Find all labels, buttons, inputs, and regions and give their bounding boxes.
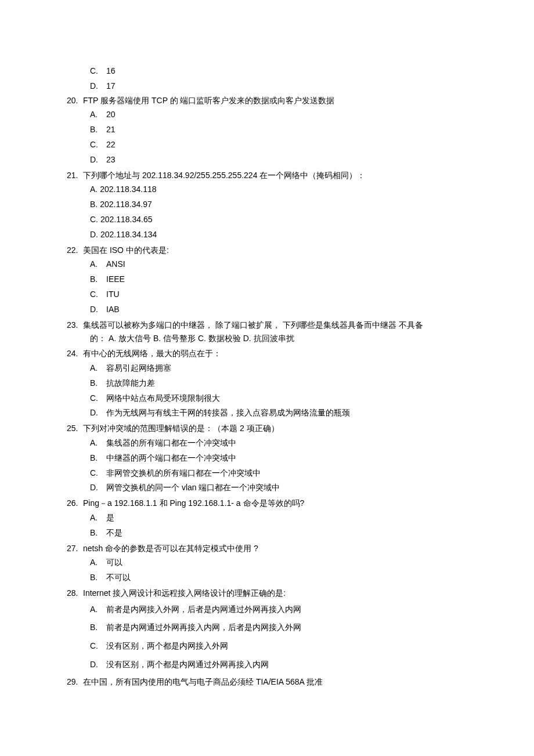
options: A.是B.不是 — [67, 511, 490, 541]
question: 26.Ping－a 192.168.1.1 和 Ping 192.168.1.1… — [67, 497, 490, 540]
question-line: 24.有中心的无线网络，最大的弱点在于： — [67, 347, 490, 361]
question-line: 22.美国在 ISO 中的代表是: — [67, 244, 490, 258]
option-label: A. — [90, 183, 98, 197]
question: 24.有中心的无线网络，最大的弱点在于：A.容易引起网络拥塞B.抗故障能力差C.… — [67, 347, 490, 421]
option: D.IAB — [90, 302, 490, 317]
option-label: A. — [90, 361, 106, 375]
option-label: C. — [90, 392, 106, 406]
question-number: 22. — [67, 244, 83, 258]
option-label: C. — [90, 64, 106, 78]
question-number: 28. — [67, 587, 83, 601]
question-number: 20. — [67, 94, 83, 108]
option: A.集线器的所有端口都在一个冲突域中 — [90, 436, 490, 451]
option: C.没有区别，两个都是内网接入外网 — [90, 637, 490, 656]
option: D.23 — [90, 153, 490, 168]
option: C.16 — [90, 64, 490, 79]
option-text: 22 — [106, 138, 490, 152]
option-label: B. — [90, 273, 106, 287]
option: A.容易引起网络拥塞 — [90, 361, 490, 376]
option: A.前者是内网接入外网，后者是内网通过外网再接入内网 — [90, 601, 490, 619]
option-text: 容易引起网络拥塞 — [106, 361, 490, 375]
question-text: Ping－a 192.168.1.1 和 Ping 192.168.1.1- a… — [83, 497, 490, 511]
options: A.可以B.不可以 — [67, 555, 490, 585]
option-label: C. — [90, 288, 106, 302]
option-label: C. — [90, 466, 106, 480]
option-text: 不可以 — [106, 571, 490, 585]
option-text: 不是 — [106, 526, 490, 540]
question-text: 下列哪个地址与 202.118.34.92/255.255.255.224 在一… — [83, 169, 490, 183]
option-label: D. — [90, 406, 106, 420]
option: B.前者是内网通过外网再接入内网，后者是内网接入外网 — [90, 618, 490, 637]
option-label: A. — [90, 436, 106, 450]
question: 21.下列哪个地址与 202.118.34.92/255.255.255.224… — [67, 169, 490, 243]
option: D.网管交换机的同一个 vlan 端口都在一个冲突域中 — [90, 480, 490, 495]
question: 22.美国在 ISO 中的代表是:A.ANSIB.IEEEC.ITUD.IAB — [67, 244, 490, 317]
question: 27.netsh 命令的参数是否可以在其特定模式中使用 ?A.可以B.不可以 — [67, 542, 490, 585]
option: C.22 — [90, 138, 490, 153]
option: A.20 — [90, 107, 490, 122]
option-text: 可以 — [106, 556, 490, 570]
option-text: 17 — [106, 79, 490, 93]
question-number: 23. — [67, 319, 83, 332]
question-text: 集线器可以被称为多端口的中继器， 除了端口被扩展， 下列哪些是集线器具备而中继器… — [83, 319, 490, 332]
question-text: 美国在 ISO 中的代表是: — [83, 244, 490, 258]
question: 20.FTP 服务器端使用 TCP 的 端口监听客户发来的数据或向客户发送数据A… — [67, 94, 490, 168]
option-text: 中继器的两个端口都在一个冲突域中 — [106, 451, 490, 465]
question-number: 29. — [67, 675, 83, 689]
option-label: C. — [90, 213, 98, 227]
option-text: 23 — [106, 153, 490, 167]
orphan-options: C.16D.17 — [67, 64, 490, 94]
option-text: 202.118.34.134 — [100, 228, 490, 242]
option-label: B. — [90, 621, 106, 635]
option-text: 202.118.34.118 — [100, 183, 490, 197]
option-text: 集线器的所有端口都在一个冲突域中 — [106, 436, 490, 450]
option-text: 抗故障能力差 — [106, 377, 490, 390]
option-text: 是 — [106, 511, 490, 525]
question-text: 在中国，所有国内使用的电气与电子商品必须经 TIA/EIA 568A 批准 — [83, 675, 490, 689]
question-number: 21. — [67, 169, 83, 183]
question-number: 24. — [67, 347, 83, 361]
options: A.前者是内网接入外网，后者是内网通过外网再接入内网B.前者是内网通过外网再接入… — [67, 601, 490, 674]
option-text: IEEE — [106, 273, 490, 287]
option: B.202.118.34.97 — [90, 197, 490, 212]
question-number: 26. — [67, 497, 83, 511]
question-text: FTP 服务器端使用 TCP 的 端口监听客户发来的数据或向客户发送数据 — [83, 94, 490, 108]
option-label: A. — [90, 603, 106, 617]
option-label: B. — [90, 198, 98, 212]
option-text: ANSI — [106, 258, 490, 272]
option-text: 202.118.34.97 — [100, 198, 490, 212]
option-label: D. — [90, 79, 106, 93]
option-text: 没有区别，两个都是内网通过外网再接入内网 — [106, 658, 490, 672]
options: A.20B.21C.22D.23 — [67, 107, 490, 167]
option-text: 20 — [106, 108, 490, 122]
question-number: 27. — [67, 542, 83, 556]
option-text: 网络中站点布局受环境限制很大 — [106, 392, 490, 406]
option-label: B. — [90, 451, 106, 465]
question-line: 25.下列对冲突域的范围理解错误的是：（本题 2 项正确） — [67, 422, 490, 436]
option: D.没有区别，两个都是内网通过外网再接入内网 — [90, 656, 490, 674]
options: A.集线器的所有端口都在一个冲突域中B.中继器的两个端口都在一个冲突域中C.非网… — [67, 436, 490, 495]
options: A.容易引起网络拥塞B.抗故障能力差C.网络中站点布局受环境限制很大D.作为无线… — [67, 361, 490, 421]
option-text: 作为无线网与有线主干网的转接器，接入点容易成为网络流量的瓶颈 — [106, 406, 490, 420]
option: C.非网管交换机的所有端口都在一个冲突域中 — [90, 466, 490, 481]
question-line: 26.Ping－a 192.168.1.1 和 Ping 192.168.1.1… — [67, 497, 490, 511]
question-text: Internet 接入网设计和远程接入网络设计的理解正确的是: — [83, 587, 490, 601]
option: B.不可以 — [90, 570, 490, 585]
option-label: C. — [90, 138, 106, 152]
question-line: 27.netsh 命令的参数是否可以在其特定模式中使用 ? — [67, 542, 490, 556]
option: B.抗故障能力差 — [90, 376, 490, 391]
option: B.IEEE — [90, 272, 490, 287]
option-text: 202.118.34.65 — [100, 213, 490, 227]
document-content: C.16D.1720.FTP 服务器端使用 TCP 的 端口监听客户发来的数据或… — [67, 64, 490, 689]
question-text: netsh 命令的参数是否可以在其特定模式中使用 ? — [83, 542, 490, 556]
option: C.202.118.34.65 — [90, 212, 490, 227]
option-label: D. — [90, 228, 98, 242]
option-label: D. — [90, 303, 106, 317]
option-label: B. — [90, 123, 106, 137]
question-line: 23.集线器可以被称为多端口的中继器， 除了端口被扩展， 下列哪些是集线器具备而… — [67, 319, 490, 332]
option: B.不是 — [90, 526, 490, 541]
question: 25.下列对冲突域的范围理解错误的是：（本题 2 项正确）A.集线器的所有端口都… — [67, 422, 490, 495]
option: D.17 — [90, 79, 490, 94]
option: B.中继器的两个端口都在一个冲突域中 — [90, 451, 490, 466]
option-text: 没有区别，两个都是内网接入外网 — [106, 639, 490, 653]
